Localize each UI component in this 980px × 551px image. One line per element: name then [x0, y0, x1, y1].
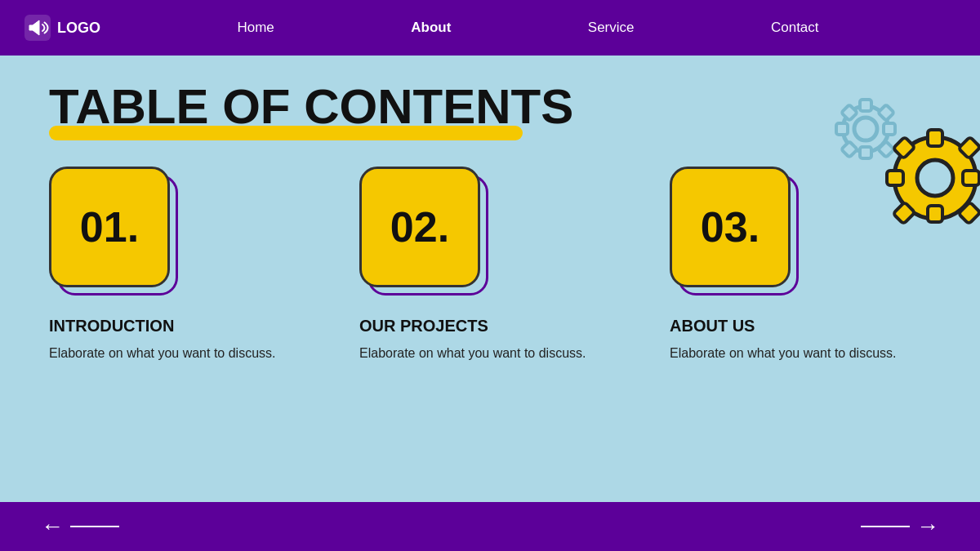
nav-contact[interactable]: Contact: [771, 20, 819, 36]
main-content: TABLE OF CONTENTS 01. INTRODUCTION Elabo…: [0, 56, 980, 502]
right-arrow-line: [861, 526, 910, 527]
content-item-1: 01. INTRODUCTION Elaborate on what you w…: [49, 167, 310, 363]
items-row: 01. INTRODUCTION Elaborate on what you w…: [49, 167, 931, 363]
nav-about[interactable]: About: [411, 20, 451, 36]
svg-rect-4: [860, 147, 871, 158]
number-text-3: 03.: [701, 202, 760, 251]
right-arrow-icon: →: [916, 513, 939, 540]
logo-text: LOGO: [57, 20, 100, 37]
item-desc-2: Elaborate on what you want to discuss.: [359, 344, 621, 363]
page-title: TABLE OF CONTENTS: [49, 80, 931, 134]
item-desc-3: Elaborate on what you want to discuss.: [670, 344, 931, 363]
svg-point-12: [917, 160, 953, 196]
number-box-1: 01.: [49, 167, 170, 287]
number-box-wrapper-3: 03.: [670, 167, 800, 297]
number-box-wrapper-1: 01.: [49, 167, 180, 297]
item-title-3: ABOUT US: [670, 317, 931, 335]
svg-rect-9: [841, 141, 858, 158]
nav-service[interactable]: Service: [588, 20, 635, 36]
megaphone-icon: [24, 15, 51, 41]
nav-home[interactable]: Home: [237, 20, 274, 36]
nav-links: Home About Service Contact: [100, 20, 956, 36]
item-title-1: INTRODUCTION: [49, 317, 310, 335]
number-box-2: 02.: [359, 167, 480, 287]
number-text-2: 02.: [390, 202, 449, 251]
left-arrow-icon: ←: [41, 513, 64, 540]
number-text-1: 01.: [80, 202, 139, 251]
item-title-2: OUR PROJECTS: [359, 317, 621, 335]
item-desc-1: Elaborate on what you want to discuss.: [49, 344, 310, 363]
content-item-2: 02. OUR PROJECTS Elaborate on what you w…: [359, 167, 621, 363]
left-arrow-line: [70, 526, 119, 527]
svg-rect-16: [963, 171, 979, 185]
footer: ← →: [0, 502, 980, 551]
prev-button[interactable]: ←: [41, 513, 119, 540]
next-button[interactable]: →: [861, 513, 939, 540]
logo[interactable]: LOGO: [24, 15, 100, 41]
svg-rect-14: [928, 206, 942, 222]
number-box-3: 03.: [670, 167, 791, 287]
navbar: LOGO Home About Service Contact: [0, 0, 980, 56]
number-box-wrapper-2: 02.: [359, 167, 490, 297]
title-wrapper: TABLE OF CONTENTS: [49, 80, 931, 134]
svg-rect-15: [887, 171, 903, 185]
